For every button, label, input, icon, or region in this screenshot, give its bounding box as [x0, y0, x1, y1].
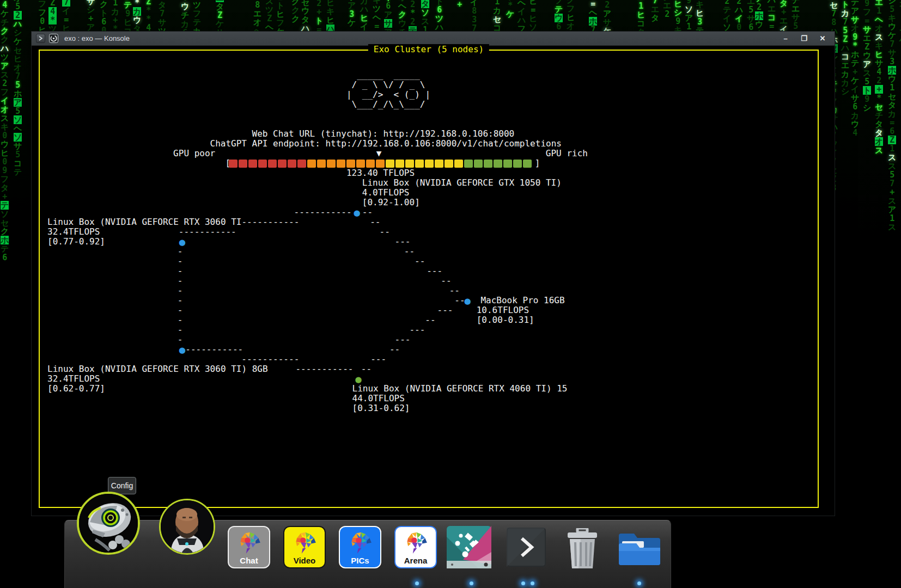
gpu-meter-square [523, 160, 532, 168]
gpu-meter-square [405, 160, 414, 168]
robot-head-image [79, 494, 138, 553]
topology-row: _____ _____ [47, 70, 810, 80]
matrix-column: オオ37コヘツタソソオ52ハシケセヒオ75ホア5ソヘソサ5コテ [14, 0, 22, 176]
topology-row: ChatGPT API endpoint: http://192.168.0.1… [47, 139, 810, 149]
topology-row: [0.62-0.77]Linux Box (NVIDIA GEFORCE RTX… [47, 384, 810, 394]
gpu-meter-square [484, 160, 492, 168]
maximize-button[interactable]: ❐ [796, 33, 812, 44]
cluster-title: Exo Cluster (5 nodes) [368, 44, 489, 54]
gpu-meter-square [435, 160, 443, 168]
gpu-meter-square [229, 160, 238, 168]
topology-text: ChatGPT API endpoint: http://192.168.0.1… [210, 139, 562, 149]
konsole-terminal-icon [507, 528, 546, 567]
dock-trash[interactable] [564, 528, 600, 569]
matrix-column: 4イ9キ94ホテ0トホキ=2=テケトトカ75Zハコエカカシ [841, 0, 849, 96]
gpu-meter-square [415, 160, 424, 168]
topology-text: 123.40 TFLOPS [346, 168, 415, 178]
topology-text: ----------- [179, 227, 236, 237]
folder-icon [618, 531, 661, 566]
topology-text: Linux Box (NVIDIA GEFORCE GTX 1050 TI) [362, 178, 562, 188]
gpu-meter-square [395, 160, 404, 168]
topology-text: ----------- [295, 364, 353, 374]
gpu-meter-square [494, 160, 502, 168]
gpu-meter-square [288, 160, 296, 168]
user-avatar[interactable] [159, 499, 215, 555]
dock-app-arena[interactable]: Arena [394, 526, 437, 568]
gpu-meter-square [454, 160, 463, 168]
dock-media-app[interactable] [447, 526, 491, 568]
konsole-app-icon [49, 34, 58, 43]
gpu-meter-square [513, 160, 522, 168]
topology-row: --- [47, 256, 810, 266]
topology-text: - [178, 276, 183, 286]
user-portrait-image [161, 500, 214, 553]
topology-text: - [178, 286, 183, 296]
topology-text: -- [380, 227, 390, 237]
topology-row: ---[0.00-0.31] [47, 315, 810, 325]
gpu-meter-square [278, 160, 287, 168]
gpu-meter-square [297, 160, 306, 168]
dock-app-chat[interactable]: Chat [228, 526, 270, 568]
node-dot: ● [355, 374, 361, 384]
window-menu-icon[interactable] [36, 34, 45, 43]
gpu-meter-square [346, 160, 355, 168]
running-indicator-dot [415, 581, 419, 585]
node-dot: ● [465, 296, 471, 305]
close-button[interactable]: ✕ [815, 33, 830, 44]
topology-text: -- [362, 207, 373, 217]
topology-text: GPU poor [173, 149, 215, 158]
gpu-meter-square [445, 160, 453, 168]
topology-text: ▼ [376, 149, 382, 158]
dock-app-video[interactable]: Video [283, 526, 326, 568]
topology-text: -- [370, 217, 380, 227]
topology-row: 32.4TFLOPS● [47, 374, 810, 384]
topology-row: 123.40 TFLOPS [47, 168, 810, 178]
topology-text: MacBook Pro 16GB [480, 296, 564, 305]
topology-text: [0.62-0.77] [47, 384, 105, 394]
topology-row: ---- [47, 266, 810, 276]
dock-app-pics[interactable]: PICs [339, 526, 381, 568]
brain-logo-icon [290, 530, 319, 554]
media-app-icon [447, 526, 491, 568]
robot-avatar[interactable] [77, 492, 140, 555]
minimize-button[interactable]: – [778, 33, 793, 44]
topology-text: \___/_/\_\___/ [346, 100, 425, 109]
matrix-column: ケセテ0セテチヒオツ37シ6タ7エタ [651, 0, 659, 22]
topology-text: [0.00-0.31] [477, 315, 534, 325]
running-indicator-dot [470, 581, 473, 585]
gpu-meter-square [317, 160, 326, 168]
gpu-meter-square [307, 160, 316, 168]
running-indicator-dot [531, 581, 534, 585]
topology-text: -- [454, 296, 465, 305]
gpu-meter-square [327, 160, 336, 168]
topology-text: [0.92-1.00] [362, 198, 420, 207]
gpu-meter-square [239, 160, 247, 168]
topology-text: 32.4TFLOPS [47, 227, 100, 237]
konsole-window: exo : exo — Konsole – ❐ ✕ Exo Cluster (5… [31, 31, 835, 516]
topology-text: - [178, 305, 183, 315]
window-controls: – ❐ ✕ [778, 33, 830, 44]
topology-row: Linux Box (NVIDIA GEFORCE RTX 3060 TI) 8… [47, 364, 810, 374]
topology-row: 44.0TFLOPS [47, 394, 810, 403]
chevron-right-icon [38, 36, 43, 41]
topology-text: Web Chat URL (tinychat): http://192.168.… [252, 129, 515, 139]
topology-text: - [178, 325, 183, 335]
exo-cluster-frame: Exo Cluster (5 nodes) _____ _____ / _ \ … [39, 50, 819, 508]
terminal-viewport[interactable]: Exo Cluster (5 nodes) _____ _____ / _ \ … [32, 46, 835, 516]
topology-text: --- [395, 237, 411, 247]
dock-app-label: Arena [404, 556, 428, 565]
gpu-meter-square [474, 160, 483, 168]
node-dot: ● [179, 345, 185, 354]
matrix-column: オ*タチキサ8Zク8キホ315*クキフ2ソヒハ+ [455, 0, 464, 9]
topology-text: | __/> < (_) | [346, 90, 430, 100]
topology-text: ----------- [185, 345, 243, 354]
topology-text: Linux Box (NVIDIA GEFORCE RTX 3060 TI) 8… [47, 364, 268, 374]
dock-konsole[interactable] [507, 528, 546, 567]
topology-text: ----------- [241, 354, 299, 364]
topology-text: - [178, 266, 183, 276]
brain-logo-icon [401, 530, 430, 554]
topology-row: ---- [47, 325, 810, 335]
dock-file-manager[interactable] [618, 531, 661, 566]
topology-row: / _ \ \/ / _ \ [47, 80, 810, 90]
topology-text: - [178, 247, 183, 256]
